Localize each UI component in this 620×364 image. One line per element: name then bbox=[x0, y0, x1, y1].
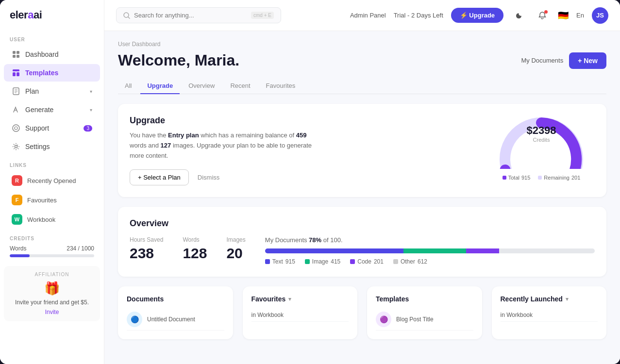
sidebar-item-dashboard[interactable]: Dashboard bbox=[4, 46, 100, 63]
notifications-button[interactable] bbox=[535, 8, 550, 23]
doc-info: Untitled Document bbox=[147, 316, 195, 323]
legend-remaining-value: 201 bbox=[571, 175, 580, 181]
affiliation-text: Invite your friend and get $5. bbox=[12, 299, 92, 306]
sidebar-item-recently-opened[interactable]: R Recently Opened bbox=[4, 171, 100, 190]
legend-remaining: Remaining 201 bbox=[538, 175, 580, 181]
legend-code-value: 201 bbox=[374, 258, 384, 265]
favourites-card: Favourites ▾ in Workbook bbox=[243, 286, 358, 339]
tabs-bar: All Upgrade Overview Recent Favourites bbox=[118, 78, 606, 94]
legend-image-value: 415 bbox=[331, 258, 340, 265]
bar-image bbox=[403, 248, 466, 253]
words-label: Words bbox=[183, 236, 207, 243]
workbook-avatar: W bbox=[12, 214, 22, 225]
credits-words-label: Words bbox=[10, 245, 26, 252]
list-item[interactable]: 🔵 Untitled Document bbox=[127, 309, 224, 331]
svg-rect-3 bbox=[17, 55, 19, 58]
support-badge: 3 bbox=[84, 125, 92, 132]
legend-code-label: Code bbox=[357, 258, 371, 265]
sidebar-item-favourites[interactable]: F Favourites bbox=[4, 191, 100, 209]
legend-image: Image 415 bbox=[305, 258, 340, 265]
tab-overview[interactable]: Overview bbox=[182, 78, 221, 94]
legend-code-dot bbox=[350, 259, 355, 264]
tab-recent[interactable]: Recent bbox=[223, 78, 257, 94]
svg-point-11 bbox=[13, 125, 19, 132]
logo-text: eleraai bbox=[10, 9, 42, 21]
flag-icon: 🇩🇪 bbox=[558, 10, 569, 21]
images-label: Images bbox=[226, 236, 245, 243]
sidebar: eleraai USER Dashboard Templates Plan ▾ bbox=[0, 0, 104, 364]
select-plan-button[interactable]: + Select a Plan bbox=[130, 169, 189, 185]
bar-text bbox=[265, 248, 403, 253]
breadcrumb: User Dashboard bbox=[118, 41, 606, 48]
plan-icon bbox=[12, 87, 20, 96]
new-button[interactable]: + New bbox=[569, 52, 606, 69]
sidebar-item-support[interactable]: Support 3 bbox=[4, 119, 100, 137]
sidebar-item-workbook[interactable]: W Workbook bbox=[4, 210, 100, 229]
credits-bar bbox=[10, 254, 94, 257]
docs-progress-bar bbox=[265, 248, 595, 253]
favourites-avatar: F bbox=[12, 195, 22, 205]
doc-avatar: 🔵 bbox=[127, 312, 142, 327]
search-input[interactable] bbox=[134, 12, 247, 19]
legend-other: Other 612 bbox=[393, 258, 427, 265]
list-item[interactable]: in Workbook bbox=[251, 309, 349, 322]
dismiss-button[interactable]: Dismiss bbox=[194, 170, 224, 185]
invite-button[interactable]: Invite bbox=[12, 309, 92, 315]
admin-panel-link[interactable]: Admin Panel bbox=[350, 12, 386, 19]
overview-card: Overview Hours Saved 238 Words 128 Image… bbox=[118, 207, 606, 277]
main-area: cmd + E Admin Panel Trial - 2 Days Left … bbox=[104, 0, 620, 364]
overview-title: Overview bbox=[130, 218, 595, 229]
hours-saved-value: 238 bbox=[130, 245, 163, 262]
user-avatar[interactable]: JS bbox=[592, 7, 608, 24]
recently-opened-label: Recently Opened bbox=[27, 177, 76, 184]
dashboard-icon bbox=[12, 50, 20, 59]
upgrade-description: You have the Entry plan which has a rema… bbox=[130, 131, 314, 161]
sidebar-item-templates[interactable]: Templates bbox=[4, 64, 100, 82]
svg-rect-0 bbox=[13, 51, 16, 54]
svg-rect-4 bbox=[13, 69, 19, 71]
gift-icon: 🎁 bbox=[12, 281, 92, 296]
upgrade-button[interactable]: ⚡ Upgrade bbox=[451, 8, 503, 23]
tab-all[interactable]: All bbox=[118, 78, 138, 94]
svg-rect-6 bbox=[17, 72, 19, 76]
legend-text-label: Text bbox=[272, 258, 283, 265]
list-item[interactable]: 🟣 Blog Post Title bbox=[376, 309, 473, 331]
my-documents-button[interactable]: My Documents bbox=[521, 57, 563, 64]
tab-favourites[interactable]: Favourites bbox=[259, 78, 302, 94]
generate-chevron-icon: ▾ bbox=[90, 107, 92, 113]
sidebar-item-settings[interactable]: Settings bbox=[4, 138, 100, 155]
images-value: 20 bbox=[226, 245, 245, 262]
content-area: User Dashboard Welcome, Maria. My Docume… bbox=[104, 31, 620, 364]
upgrade-title: Upgrade bbox=[130, 116, 488, 126]
credits-count: 234 / 1000 bbox=[67, 245, 94, 252]
recently-launched-title: Recently Launched ▾ bbox=[501, 295, 598, 303]
search-box[interactable]: cmd + E bbox=[116, 7, 281, 23]
workbook-label: Workbook bbox=[27, 216, 55, 223]
legend-total: Total 915 bbox=[503, 175, 531, 181]
legend-total-dot bbox=[503, 176, 506, 180]
header: cmd + E Admin Panel Trial - 2 Days Left … bbox=[104, 0, 620, 31]
templates-card: Templates 🟣 Blog Post Title bbox=[367, 286, 482, 339]
dark-mode-toggle[interactable] bbox=[511, 8, 527, 23]
sidebar-item-plan[interactable]: Plan ▾ bbox=[4, 83, 100, 100]
list-item[interactable]: in Workbook bbox=[501, 309, 598, 322]
favourites-card-title: Favourites ▾ bbox=[251, 295, 349, 303]
settings-icon bbox=[12, 142, 20, 151]
tab-upgrade[interactable]: Upgrade bbox=[140, 78, 180, 94]
search-shortcut: cmd + E bbox=[251, 12, 274, 19]
user-section-label: USER bbox=[0, 30, 104, 45]
documents-card: Documents 🔵 Untitled Document bbox=[118, 286, 233, 339]
recent-sub: in Workbook bbox=[501, 312, 533, 318]
language-label[interactable]: En bbox=[576, 12, 584, 19]
bar-other bbox=[499, 248, 595, 253]
svg-rect-1 bbox=[17, 51, 19, 54]
docs-legend: Text 915 Image 415 Code 20 bbox=[265, 258, 595, 265]
legend-remaining-label: Remaining bbox=[544, 175, 570, 181]
donut-label: Credits bbox=[526, 137, 556, 143]
upgrade-left: Upgrade You have the Entry plan which ha… bbox=[130, 116, 488, 185]
credits-section: CREDITS Words 234 / 1000 bbox=[0, 229, 104, 262]
sidebar-item-generate[interactable]: Generate ▾ bbox=[4, 101, 100, 118]
legend-other-label: Other bbox=[401, 258, 415, 265]
bar-code bbox=[466, 248, 499, 253]
stat-hours-saved: Hours Saved 238 bbox=[130, 236, 163, 265]
